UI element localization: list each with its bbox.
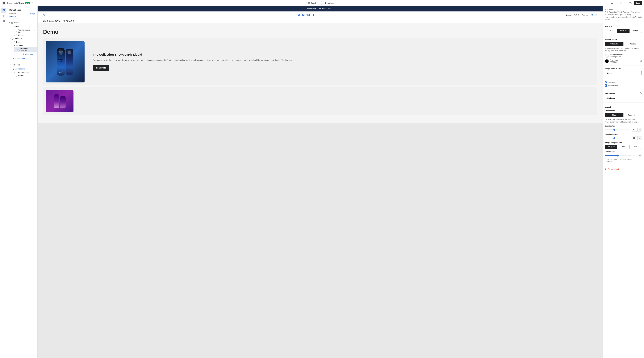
change-button[interactable]: Change xyxy=(29,12,35,14)
svg-rect-7 xyxy=(323,2,324,4)
viewport-button[interactable]: Viewport xyxy=(605,144,617,149)
spacing-bottom-unit: px xyxy=(637,136,642,140)
page-width-button[interactable]: Page width xyxy=(624,113,642,117)
text-color-swatch[interactable] xyxy=(605,59,609,63)
button-label-copy-icon[interactable] xyxy=(640,92,642,95)
size-medium-button[interactable]: Medium xyxy=(617,28,630,33)
footer-section-row[interactable]: ▼ Footer xyxy=(7,63,38,67)
add-block-button[interactable]: ⊕ Add block xyxy=(20,52,38,56)
undo-button[interactable] xyxy=(628,1,633,5)
locale-selector[interactable]: Greece | EUR € ▾ xyxy=(566,14,580,16)
fluid-button[interactable]: Fluid xyxy=(605,113,624,117)
text-color-label: Text color xyxy=(610,59,618,61)
bg-color-sublabel: Linear gradient xyxy=(610,56,624,58)
language-selector[interactable]: English ▾ xyxy=(582,14,589,16)
page-item[interactable]: Page xyxy=(10,40,38,44)
header-item[interactable]: ▶ Header xyxy=(10,34,38,37)
header-label: Header xyxy=(18,34,24,36)
text-size-options: Small Medium Large xyxy=(605,28,642,33)
store-header: 🔍 SEAPIXEL Greece | EUR € ▾ English ▾ 👤 … xyxy=(38,12,602,19)
svg-rect-21 xyxy=(4,10,4,11)
app-demos-link[interactable]: APP DEMOS ▾ xyxy=(63,20,75,22)
show-button-row: Show button xyxy=(605,84,642,86)
save-button[interactable]: Save xyxy=(634,1,642,5)
size-large-button[interactable]: Large xyxy=(630,28,642,33)
show-button-checkbox[interactable] xyxy=(605,84,607,86)
svg-rect-38 xyxy=(16,44,17,45)
cart-icon[interactable]: 🛒 xyxy=(595,14,597,16)
header-section-toggle[interactable]: ▶ Header xyxy=(7,21,38,24)
store-nav-row: DEMO CATALOGUE APP DEMOS ▾ xyxy=(38,19,602,23)
mobile-icon-button[interactable] xyxy=(619,1,623,5)
search-icon[interactable]: 🔍 xyxy=(43,14,46,16)
transition-up-icon[interactable]: ▲ xyxy=(638,9,640,11)
spacing-top-slider[interactable] xyxy=(605,130,630,130)
svg-rect-48 xyxy=(640,60,641,62)
demo-catalogue-link[interactable]: DEMO CATALOGUE xyxy=(43,20,60,22)
email-signup-item[interactable]: ▶ Email signup xyxy=(10,71,38,74)
size-small-button[interactable]: Small xyxy=(605,28,617,33)
bg-color-swatch[interactable] xyxy=(605,54,609,58)
show-description-checkbox[interactable] xyxy=(605,81,607,83)
automated-collection-item[interactable]: Automated Collection xyxy=(14,47,38,52)
show-description-row: Show description xyxy=(605,81,642,83)
svg-rect-39 xyxy=(17,44,18,45)
automatic-color-button[interactable]: Automatic xyxy=(605,42,624,46)
announcement-bar-item[interactable]: ▶ Announcement bar 👁 xyxy=(10,28,38,34)
bg-color-row: Background color Linear gradient xyxy=(605,54,642,58)
sections-icon-button[interactable] xyxy=(1,8,6,13)
left-panel-title: Default page xyxy=(7,8,38,12)
more-options-button[interactable]: ••• xyxy=(31,1,35,5)
remove-block-button[interactable]: 🗑 Remove block xyxy=(603,166,644,172)
email-signup-label: Email signup xyxy=(18,72,28,74)
show-description-label: Show description xyxy=(608,81,622,83)
blocks-icon-button[interactable] xyxy=(1,19,6,24)
button-label-input[interactable] xyxy=(605,96,642,100)
copy-color-icon[interactable] xyxy=(640,60,642,62)
svg-rect-27 xyxy=(12,22,13,24)
spacing-bottom-input[interactable] xyxy=(632,136,637,140)
spacing-bottom-slider[interactable] xyxy=(605,138,630,138)
percentage-slider[interactable] xyxy=(605,155,631,156)
tablet-icon-button[interactable] xyxy=(614,1,618,5)
footer-item[interactable]: ▶ Footer xyxy=(10,74,38,77)
product-image-1: \") no-repeat center;opacity:0.8;"> liqu… xyxy=(46,41,84,82)
read-more-button-1[interactable]: Read more xyxy=(93,65,110,70)
svg-rect-35 xyxy=(12,38,13,39)
hide-icon[interactable]: 👁 xyxy=(33,30,35,32)
template-section-row[interactable]: ▼ Template xyxy=(7,37,38,40)
percentage-label: Percentage xyxy=(605,150,642,152)
image-blend-select[interactable]: Normal xyxy=(605,71,642,76)
ratio-16-9-button[interactable]: 16/9 xyxy=(630,144,642,149)
page-content: Demo \") no-repeat center;opacity:0.8;">… xyxy=(38,23,602,123)
settings-icon-button[interactable] xyxy=(1,13,6,18)
icon-sidebar xyxy=(0,6,7,358)
image-blend-select-wrapper: Normal ▾ xyxy=(605,71,642,76)
default-page-dropdown[interactable]: Default page ▾ xyxy=(321,1,338,5)
add-section-button-2[interactable]: ⊕ Add section xyxy=(10,67,38,71)
svg-rect-20 xyxy=(2,10,3,11)
apps-sub-item[interactable]: ▼ Apps xyxy=(10,44,38,47)
percentage-row: % xyxy=(605,154,642,157)
spacing-top-input[interactable] xyxy=(632,128,637,131)
add-section-label-1: Add section xyxy=(15,58,25,60)
percentage-input[interactable] xyxy=(632,154,638,157)
transition-label: Transition 1 xyxy=(605,8,614,10)
desktop-icon-button[interactable] xyxy=(610,1,614,5)
custom-color-button[interactable]: Custom xyxy=(624,42,642,46)
board-1: \") no-repeat center;opacity:0.8;"> liqu… xyxy=(57,48,65,76)
image-blend-section: Image blend mode Normal ▾ xyxy=(603,66,644,79)
default-dropdown[interactable]: Default ▾ xyxy=(306,1,319,5)
transition-down-icon[interactable]: ▼ xyxy=(640,9,642,11)
account-icon[interactable]: 👤 xyxy=(591,14,593,16)
ratio-4-3-button[interactable]: 4/3 xyxy=(617,144,630,149)
split-icon-button[interactable] xyxy=(624,1,628,5)
add-section-button-1[interactable]: ⊕ Add section xyxy=(10,56,38,61)
apps-section-row[interactable]: ▼ Apps xyxy=(7,24,38,28)
svg-rect-10 xyxy=(611,2,613,4)
svg-rect-30 xyxy=(13,26,13,26)
button-label-section: Button label xyxy=(603,90,644,102)
spacing-bottom-label: Spacing bottom xyxy=(605,133,642,135)
apps-sub-label: Apps xyxy=(18,44,23,46)
svg-rect-45 xyxy=(16,72,17,73)
